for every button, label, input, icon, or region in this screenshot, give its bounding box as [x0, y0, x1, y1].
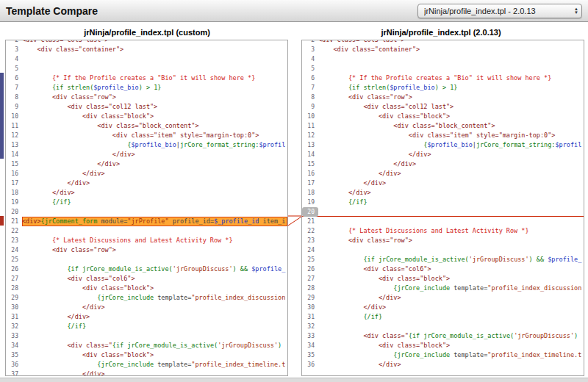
code-line: 17 </div>	[6, 179, 287, 188]
line-content: </div>	[22, 159, 287, 169]
line-content: {if jrCore_module_is_active('jrGroupDisc…	[22, 264, 287, 274]
right-code-panel[interactable]: 2<div class="col3 last">3 <div class="co…	[301, 40, 584, 376]
code-line: 18 </div>	[302, 188, 584, 198]
line-number: 27	[6, 274, 22, 284]
code-line: 2<div class="col3 last">	[6, 40, 287, 45]
code-line: 31 </div>	[6, 312, 287, 322]
line-number: 11	[6, 121, 22, 131]
line-content: </div>	[22, 370, 287, 376]
line-number: 9	[6, 102, 22, 112]
line-number: 30	[6, 303, 22, 312]
code-line: 29 {jrCore_include template="profile_ind…	[6, 293, 287, 303]
code-line: 6 {* If the Profile creates a "Bio" it w…	[302, 73, 584, 83]
code-line: 18 </div>	[6, 188, 287, 198]
code-line: 31 {/if}	[302, 312, 584, 322]
line-number: 18	[6, 188, 22, 198]
line-number: 2	[302, 40, 318, 45]
line-content	[22, 54, 287, 64]
right-code: 2<div class="col3 last">3 <div class="co…	[302, 40, 584, 370]
line-content: <div class="block">	[22, 350, 287, 360]
line-content: {/if}	[318, 312, 584, 322]
line-content: </div>	[22, 312, 287, 322]
line-content: <div class="block_content">	[318, 121, 584, 131]
line-number: 20	[6, 207, 22, 217]
code-line: 9 <div class="col12 last">	[6, 102, 287, 112]
line-content: <div class="block">	[318, 112, 584, 121]
code-line: 35 <div class="block">	[6, 350, 287, 360]
line-number: 37	[6, 370, 22, 376]
code-line: 27 <div class="block">	[302, 274, 584, 284]
line-content: {jrCore_include template="profile_index_…	[22, 293, 287, 303]
line-content: <div class="col3 last">	[22, 40, 287, 45]
line-number: 4	[6, 54, 22, 64]
line-content: {if strlen($profile_bio) > 1}	[22, 83, 287, 93]
line-number: 22	[6, 226, 22, 236]
line-content: <div class="item" style="margin-top:0">	[22, 131, 287, 140]
line-content: <div class="{if jrCore_module_is_active(…	[318, 331, 584, 341]
line-number: 36	[6, 360, 22, 370]
selected-template-version: jrNinja/profile_index.tpl - 2.0.13	[424, 7, 571, 15]
line-number: 11	[302, 121, 318, 131]
code-line: 25	[6, 255, 287, 264]
line-number: 4	[302, 54, 318, 64]
line-number: 20	[302, 207, 318, 217]
line-content: <div class="block">	[22, 112, 287, 121]
code-line: 14 </div>	[302, 150, 584, 159]
line-number: 33	[302, 331, 318, 341]
line-number: 6	[6, 73, 22, 83]
right-panel-title: jrNinja/profile_index.tpl (2.0.13)	[294, 22, 588, 40]
diff-connector	[288, 40, 301, 378]
code-line: 25 {if jrCore_module_is_active('jrGroupD…	[302, 255, 584, 264]
line-content: </div>	[318, 169, 584, 179]
line-content: {* If the Profile creates a "Bio" it wil…	[318, 73, 584, 83]
line-content: </div>	[22, 188, 287, 198]
code-line: 29 </div>	[302, 293, 584, 303]
line-content: </div>	[22, 179, 287, 188]
left-code: 2<div class="col3 last">3 <div class="co…	[6, 40, 287, 376]
code-line: 16 </div>	[302, 169, 584, 179]
code-line: 13 {$profile_bio|jrCore_format_string:$p…	[6, 140, 287, 150]
line-number: 25	[6, 255, 22, 264]
line-content: </div>	[318, 293, 584, 303]
line-number: 26	[302, 264, 318, 274]
line-number: 29	[302, 293, 318, 303]
code-line: 19 {/if}	[6, 198, 287, 207]
line-number: 25	[302, 255, 318, 264]
line-number: 8	[6, 93, 22, 102]
line-content: <div class="item" style="margin-top:0">	[318, 131, 584, 140]
code-line: 21<div>{jrComment_form module="jrProfile…	[6, 217, 287, 226]
code-line: 5	[302, 64, 584, 73]
line-number: 30	[302, 303, 318, 312]
code-line: 15 </div>	[302, 159, 584, 169]
line-content: <div class="block_content">	[22, 121, 287, 131]
code-line: 4	[302, 54, 584, 64]
header-bar: Template Compare jrNinja/profile_index.t…	[0, 0, 588, 22]
line-content: <div class="row">	[22, 245, 287, 255]
line-content: {jrCore_include template="profile_index_…	[318, 284, 584, 293]
line-content: {/if}	[318, 198, 584, 207]
code-line: 15 </div>	[6, 159, 287, 169]
line-content: </div>	[22, 150, 287, 159]
line-number: 8	[302, 93, 318, 102]
line-number: 31	[6, 312, 22, 322]
code-line: 33 <div class="{if jrCore_module_is_acti…	[302, 331, 584, 341]
line-content	[22, 226, 287, 236]
code-line: 24 <div class="row">	[6, 245, 287, 255]
code-line: 17 </div>	[302, 179, 584, 188]
line-content: {* If the Profile creates a "Bio" it wil…	[22, 73, 287, 83]
template-version-select[interactable]: jrNinja/profile_index.tpl - 2.0.13 ▲ ▼	[417, 4, 582, 18]
line-content: <div class="block">	[22, 284, 287, 293]
line-number: 23	[302, 236, 318, 245]
change-map-strip	[0, 40, 4, 378]
line-number: 31	[302, 312, 318, 322]
code-line: 32 {/if}	[6, 322, 287, 331]
line-number: 36	[302, 360, 318, 370]
left-code-panel[interactable]: 2<div class="col3 last">3 <div class="co…	[5, 40, 288, 376]
line-content: {/if}	[22, 322, 287, 331]
line-number: 19	[302, 198, 318, 207]
line-content	[22, 331, 287, 341]
line-number: 16	[302, 169, 318, 179]
line-number: 9	[302, 102, 318, 112]
line-number: 23	[6, 236, 22, 245]
line-content: <div class="col6">	[22, 274, 287, 284]
